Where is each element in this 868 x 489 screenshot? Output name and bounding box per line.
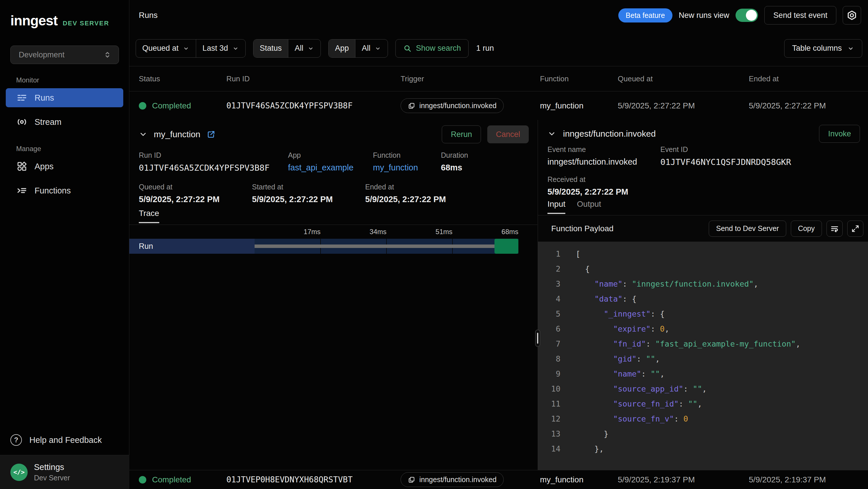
ended-at-field: Ended at 5/9/2025, 2:27:22 PM (365, 183, 446, 204)
status-filter-dropdown[interactable]: All (288, 39, 320, 57)
chevron-down-icon (183, 45, 189, 52)
event-title: inngest/function.invoked (563, 129, 656, 139)
settings-text: Settings Dev Server (34, 462, 70, 482)
code-text: "name": "", (560, 369, 665, 378)
environment-select-value: Development (19, 51, 64, 59)
sidebar-item-runs[interactable]: Runs (6, 88, 123, 107)
code-text: "_inngest": { (560, 309, 665, 318)
event-window-icon (408, 102, 415, 110)
tab-input[interactable]: Input (548, 200, 565, 214)
trigger-event-pill[interactable]: inngest/function.invoked (401, 472, 504, 487)
run-function-title: my_function (154, 130, 200, 139)
help-and-feedback[interactable]: ? Help and Feedback (10, 434, 102, 446)
code-text: "fn_id": "fast_api_example-my_function", (560, 339, 800, 348)
status-cell: Completed (139, 101, 226, 110)
event-name-label: Event name (548, 145, 637, 154)
environment-select[interactable]: Development (10, 46, 119, 64)
started-at-value: 5/9/2025, 2:27:22 PM (252, 195, 333, 204)
run-id-cell: 01JTVF46SA5ZCDK4YPFSPV3B8F (226, 101, 401, 110)
table-row[interactable]: Completed 01JTVEP0H8EVDNYXH68QRSTVBT inn… (129, 470, 868, 489)
timeline-tick: 17ms (280, 228, 320, 236)
search-icon (403, 44, 412, 53)
chevron-down-icon (374, 45, 381, 52)
dev-server-tag: DEV SERVER (63, 20, 109, 27)
code-line: 10 "source_app_id": "", (538, 381, 868, 396)
external-link-icon[interactable] (207, 130, 215, 139)
timeline-tick: 68ms (478, 228, 518, 236)
line-number: 1 (538, 250, 560, 258)
collapse-chevron-icon[interactable] (139, 130, 148, 139)
event-detail-panel: inngest/function.invoked Invoke Event na… (538, 120, 868, 470)
event-name-value: inngest/function.invoked (548, 157, 637, 167)
chevron-down-icon (307, 45, 314, 52)
updown-chevron-icon (103, 51, 112, 59)
column-header-queued-at: Queued at (618, 75, 749, 83)
expand-button[interactable] (847, 221, 863, 237)
sidebar-item-functions[interactable]: Functions (6, 181, 123, 200)
trace-queue-bar (255, 244, 494, 248)
function-link[interactable]: my_function (373, 163, 418, 172)
cancel-button[interactable]: Cancel (487, 125, 529, 143)
code-line: 3 "name": "inngest/function.invoked", (538, 276, 868, 291)
stream-icon (17, 117, 27, 127)
settings-title: Settings (34, 462, 70, 472)
status-dot-completed (139, 476, 146, 484)
show-search-button[interactable]: Show search (395, 39, 469, 58)
topbar: Runs Beta feature New runs view Send tes… (129, 0, 868, 31)
time-range-dropdown[interactable]: Last 3d (196, 39, 245, 57)
panel-resize-handle[interactable] (535, 329, 540, 347)
table-row[interactable]: Completed 01JTVF46SA5ZCDK4YPFSPV3B8F inn… (129, 92, 868, 120)
payload-code-editor[interactable]: 1[2 {3 "name": "inngest/function.invoked… (538, 241, 868, 470)
queued-at-label: Queued at (139, 183, 220, 191)
time-field-dropdown[interactable]: Queued at (136, 39, 196, 57)
rerun-button[interactable]: Rerun (442, 125, 481, 143)
trigger-text: inngest/function.invoked (419, 476, 496, 484)
line-number: 3 (538, 279, 560, 288)
tab-output[interactable]: Output (577, 200, 601, 214)
table-columns-button[interactable]: Table columns (784, 39, 862, 58)
status-filter-value: All (294, 44, 303, 53)
table-columns-label: Table columns (792, 44, 842, 53)
tab-trace[interactable]: Trace (139, 209, 159, 223)
sidebar-item-apps[interactable]: Apps (6, 157, 123, 176)
line-number: 4 (538, 294, 560, 303)
column-header-run-id: Run ID (226, 75, 401, 83)
code-text: "source_fn_v": 0 (560, 414, 688, 423)
code-text: [ (560, 250, 580, 258)
function-label: Function (373, 151, 418, 160)
toggle-knob (746, 10, 757, 21)
settings-gear-button[interactable] (843, 6, 861, 25)
started-at-label: Started at (252, 183, 333, 191)
code-text: }, (560, 444, 604, 453)
ended-at-label: Ended at (365, 183, 446, 191)
line-number: 5 (538, 309, 560, 318)
send-to-dev-server-button[interactable]: Send to Dev Server (709, 221, 786, 237)
trigger-event-pill[interactable]: inngest/function.invoked (401, 98, 504, 113)
trigger-cell: inngest/function.invoked (401, 98, 540, 113)
app-link[interactable]: fast_api_example (288, 163, 353, 172)
copy-button[interactable]: Copy (791, 221, 822, 237)
invoke-button[interactable]: Invoke (819, 125, 860, 143)
inngest-dev-server-app: inngest DEV SERVER Development Monitor R… (0, 0, 868, 489)
app-filter-dropdown[interactable]: All (355, 39, 388, 57)
sidebar-item-stream[interactable]: Stream (6, 112, 123, 132)
trace-run-row[interactable]: Run (129, 239, 518, 254)
send-test-event-button[interactable]: Send test event (764, 6, 836, 25)
collapse-chevron-icon[interactable] (548, 130, 556, 138)
app-field: App fast_api_example (288, 151, 353, 172)
line-number: 6 (538, 324, 560, 333)
hex-nut-icon (846, 10, 857, 21)
event-id-value: 01JTVF46NYC1QSFJDNRDQ58GKR (660, 157, 791, 167)
trace-timeline (255, 239, 518, 254)
ended-at-cell: 5/9/2025, 2:27:22 PM (749, 101, 868, 110)
code-line: 13 } (538, 426, 868, 441)
new-runs-view-toggle[interactable] (736, 9, 758, 22)
run-id-value: 01JTVF46SA5ZCDK4YPFSPV3B8F (139, 163, 270, 173)
code-line: 12 "source_fn_v": 0 (538, 411, 868, 426)
line-number: 13 (538, 429, 560, 438)
settings-subtitle: Dev Server (34, 474, 70, 482)
word-wrap-button[interactable] (827, 221, 843, 237)
queued-at-value: 5/9/2025, 2:27:22 PM (139, 195, 220, 204)
line-number: 7 (538, 339, 560, 348)
settings-row[interactable]: </> Settings Dev Server (0, 455, 129, 489)
